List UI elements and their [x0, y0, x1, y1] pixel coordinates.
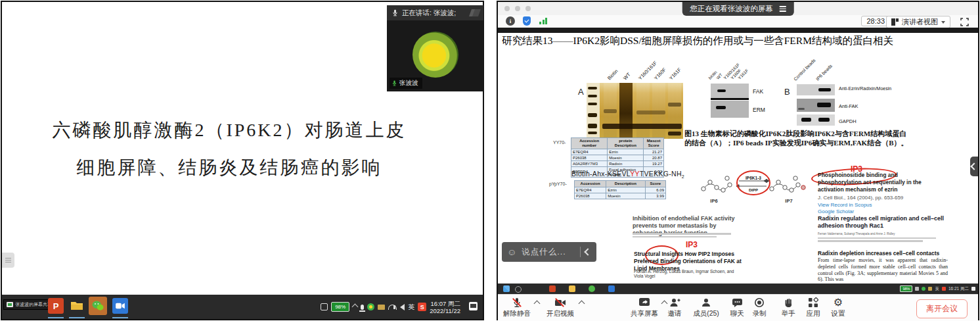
- chat-input-bubble[interactable]: ☺ 说点什么...: [502, 242, 596, 262]
- tray-mic-icon[interactable]: [361, 305, 364, 310]
- shared-screen-content: 研究结果13——IP6K2影响DSS/细胞屏障损伤的作用或与一些含FERM结构域…: [498, 33, 978, 284]
- paper1-reference: J. Cell Biol., 164 (2004), pp. 653-659: [818, 195, 903, 201]
- start-video-button[interactable]: 开启视频: [545, 297, 575, 318]
- tray-glyphs: [915, 287, 919, 291]
- unmute-button[interactable]: 解除静音: [502, 297, 532, 318]
- view-mode-button[interactable]: 演讲者视图: [886, 16, 950, 28]
- tray-green-app-icon[interactable]: [367, 303, 374, 310]
- view-mode-label: 演讲者视图: [902, 17, 938, 27]
- mini-notification-icon: [971, 287, 975, 291]
- video-options-caret[interactable]: [579, 301, 585, 307]
- folder-icon: [70, 301, 83, 311]
- ezrin-blot-image: [797, 84, 835, 95]
- banner-menu-icon[interactable]: [780, 9, 786, 10]
- video-tile-header: 正在讲话: 张波波;: [387, 5, 483, 20]
- windows-taskbar: 张波波的屏幕共享 P 98%: [2, 295, 483, 319]
- biotin-peptide-sequence: Biotin-Ahx-KSEVLYYTVEKKG-NH2: [571, 170, 684, 179]
- chat-placeholder[interactable]: 说点什么...: [522, 247, 579, 258]
- b-row-label: GAPDH: [839, 118, 857, 124]
- avatar: [412, 32, 458, 78]
- fine-print-line: [818, 240, 923, 242]
- paper2-authors: Ferran Valderrama, Subangi Thevapala and…: [818, 232, 943, 242]
- mini-system-tray: 98% 英 16:21 周二: [900, 284, 975, 294]
- paper4-authors-fineprint: [633, 232, 731, 237]
- folder-mini-icon: [569, 285, 575, 292]
- powerpoint-mini-icon: [549, 285, 556, 292]
- paper5-authors: Florian A. Herzog, Lukas Braun, Ingmar S…: [634, 269, 744, 278]
- meeting-app-icon[interactable]: [112, 298, 128, 314]
- layout-icon: [891, 18, 899, 26]
- side-panel-tab[interactable]: [970, 157, 978, 176]
- sogou-icon[interactable]: S: [418, 303, 426, 311]
- slide-title-line1: 六磷酸肌醇激酶2（IP6K2）对肠道上皮: [2, 118, 457, 143]
- gapdh-blot-image: [797, 114, 835, 126]
- chevron-left-icon: [970, 162, 977, 170]
- share-screen-label: 共享屏幕: [631, 309, 658, 318]
- security-shield-icon[interactable]: [523, 16, 531, 26]
- speaker-icon[interactable]: [400, 304, 405, 310]
- taskbar-clock[interactable]: 16:07 周二 2022/11/22: [430, 300, 460, 314]
- emoji-icon[interactable]: ☺: [507, 247, 516, 257]
- peptide-label-2: pYpY70-: [549, 182, 567, 186]
- mini-sogou-icon: [942, 287, 946, 291]
- record-button[interactable]: 录制: [744, 297, 774, 318]
- powerpoint-taskbar-icon[interactable]: P: [48, 298, 64, 314]
- mic-options-caret[interactable]: [534, 301, 541, 307]
- wechat-taskbar-icon[interactable]: [89, 297, 107, 315]
- unmute-label: 解除静音: [503, 309, 531, 318]
- chevron-down-icon: [941, 21, 945, 24]
- wechat-mini-icon: [589, 285, 595, 292]
- record-icon: [754, 297, 765, 308]
- pip2-circled-text: PIP2: [698, 251, 710, 257]
- figure-caption-line2: 的结合（A）；IP6 beads IP实验发现IP6确实与ERM,FAK结合（B…: [684, 138, 973, 148]
- info-icon[interactable]: i: [506, 16, 515, 26]
- peptide-label-1: YY70-: [553, 140, 566, 145]
- settings-button[interactable]: ⚙ 设置: [823, 297, 853, 318]
- invite-button[interactable]: 邀请: [659, 297, 690, 318]
- apps-grid-icon: [808, 297, 818, 308]
- tray-glyphs: [922, 287, 925, 291]
- participant-name-badge: 张波波: [390, 78, 422, 89]
- fullscreen-button[interactable]: [960, 17, 969, 26]
- battery-indicator: 98%: [331, 302, 349, 312]
- raise-hand-label: 举手: [782, 309, 795, 318]
- paper1-title: Phosphoinositide binding and phosphoryla…: [818, 172, 937, 193]
- power-plug-icon: [321, 303, 328, 310]
- meeting-status-row: i 28:33 演讲者视图: [498, 15, 978, 28]
- share-screen-button[interactable]: 共享屏幕: [629, 297, 659, 318]
- active-app-underline: [48, 317, 64, 318]
- pathway-enzyme: IP6K1-3: [746, 176, 761, 180]
- notification-center-icon[interactable]: [469, 302, 478, 310]
- watching-banner-text: 您正在观看张波波的屏幕: [690, 4, 773, 14]
- screen-share-label: 张波波的屏幕共享: [15, 301, 52, 308]
- collapse-chevron-icon[interactable]: [584, 248, 591, 255]
- file-explorer-icon[interactable]: [69, 298, 85, 314]
- traffic-light-buttons[interactable]: [504, 6, 531, 11]
- tray-folder-icon[interactable]: [378, 305, 385, 310]
- battery-percent: 98%: [331, 302, 349, 312]
- fak-b-blot-image: [797, 99, 835, 112]
- shared-screen-top-edge: [498, 28, 978, 33]
- fak-blot-image: [711, 84, 749, 99]
- divider: [580, 247, 581, 257]
- tray-expand-caret[interactable]: [352, 304, 359, 310]
- invite-label: 邀请: [668, 309, 682, 318]
- leave-meeting-button[interactable]: 离开会议: [916, 299, 968, 318]
- dual-screenshot-canvas: 六磷酸肌醇激酶2（IP6K2）对肠道上皮 细胞屏障、结肠炎及结肠癌的影响 正在讲…: [0, 0, 980, 321]
- system-tray[interactable]: 98% 英 S 16:07 周二 2022/11/22: [321, 295, 460, 319]
- search-icon: [515, 286, 522, 293]
- score-table-2: AccessionDescriptionScore E7EQR4Ezrin6.0…: [574, 180, 666, 199]
- chat-label: 聊天: [730, 309, 744, 318]
- network-icon[interactable]: [388, 305, 397, 310]
- clock-time: 16:07 周二: [431, 300, 460, 307]
- ime-indicator[interactable]: 英: [408, 303, 414, 312]
- speaker-video-tile[interactable]: 正在讲话: 张波波; 张波波: [387, 5, 483, 91]
- b-lane-label: IP6 beads: [815, 64, 834, 83]
- speaking-label: 正在讲话: 张波波;: [402, 9, 456, 18]
- settings-label: 设置: [832, 309, 845, 318]
- collapsed-sidebar-tab[interactable]: [2, 253, 14, 268]
- members-button[interactable]: 成员(25): [691, 297, 721, 318]
- paper2-title: Radixin regulates cell migration and cel…: [818, 215, 946, 230]
- ppt-letter: P: [53, 301, 59, 311]
- gel-lane-label: Y161F: [668, 66, 683, 82]
